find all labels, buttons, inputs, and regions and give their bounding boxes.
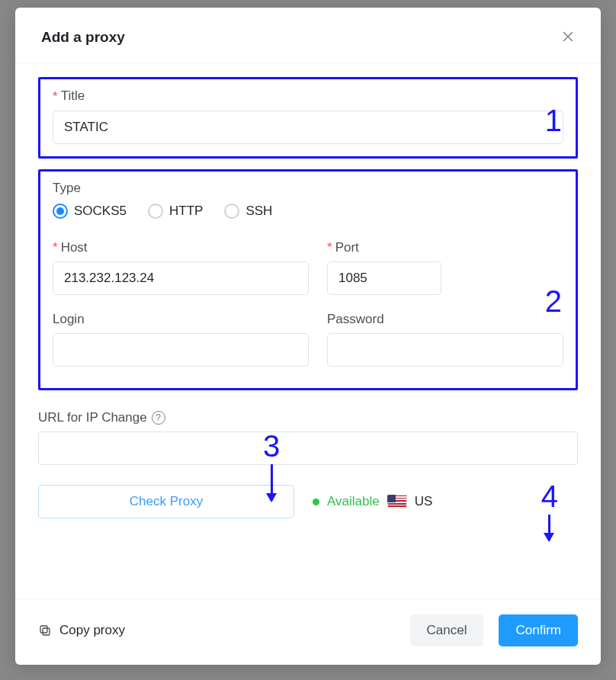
radio-icon — [224, 204, 239, 219]
modal-title: Add a proxy — [41, 29, 125, 46]
radio-label: HTTP — [169, 204, 203, 219]
add-proxy-modal: Add a proxy 1 Title 2 Type SOCKS5 — [15, 8, 601, 665]
type-radio-group: SOCKS5 HTTP SSH — [53, 204, 563, 219]
annotation-box-2: 2 Type SOCKS5 HTTP SSH Host — [38, 169, 578, 391]
modal-footer: Copy proxy Cancel Confirm — [15, 598, 601, 665]
svg-rect-3 — [40, 626, 47, 633]
copy-proxy-button[interactable]: Copy proxy — [38, 623, 125, 638]
port-label: Port — [327, 240, 441, 256]
annotation-box-1: 1 Title — [38, 77, 578, 159]
password-label: Password — [327, 312, 563, 327]
modal-header: Add a proxy — [15, 8, 601, 63]
ipchange-label: URL for IP Change — [38, 410, 147, 425]
footer-buttons: Cancel Confirm — [410, 614, 578, 646]
annotation-number-3: 3 — [263, 431, 280, 461]
login-label: Login — [53, 312, 309, 327]
annotation-number-2: 2 — [545, 284, 562, 319]
ipchange-input[interactable] — [38, 431, 578, 465]
copy-icon — [38, 624, 52, 637]
status-dot-icon — [313, 499, 319, 505]
close-button[interactable] — [560, 29, 576, 46]
title-label: Title — [53, 88, 563, 104]
us-flag-icon — [387, 495, 407, 508]
host-input[interactable] — [53, 261, 309, 295]
cancel-button[interactable]: Cancel — [410, 614, 484, 646]
check-proxy-button[interactable]: Check Proxy — [38, 485, 294, 518]
radio-label: SOCKS5 — [74, 204, 127, 219]
radio-ssh[interactable]: SSH — [224, 204, 272, 219]
ipchange-section: URL for IP Change ? — [38, 401, 578, 468]
radio-label: SSH — [245, 204, 272, 219]
confirm-button[interactable]: Confirm — [499, 614, 578, 646]
password-input[interactable] — [327, 333, 563, 367]
status-text: Available — [327, 494, 380, 509]
type-label: Type — [53, 181, 563, 196]
close-icon — [560, 29, 576, 47]
annotation-number-1: 1 — [545, 104, 562, 138]
svg-rect-2 — [43, 628, 50, 635]
annotation-number-4: 4 — [541, 481, 558, 512]
port-input[interactable] — [327, 261, 441, 295]
radio-socks5[interactable]: SOCKS5 — [53, 204, 127, 219]
annotation-arrow-3: 3 — [263, 431, 280, 501]
proxy-status: Available US — [313, 494, 432, 509]
check-proxy-row: Check Proxy Available US — [38, 485, 578, 518]
modal-body: 1 Title 2 Type SOCKS5 HTTP SSH — [15, 63, 601, 598]
annotation-arrow-4: 4 — [541, 481, 558, 540]
copy-proxy-label: Copy proxy — [59, 623, 125, 638]
radio-http[interactable]: HTTP — [148, 204, 203, 219]
status-country: US — [415, 494, 433, 509]
radio-icon — [53, 204, 68, 219]
radio-icon — [148, 204, 163, 219]
help-icon[interactable]: ? — [152, 411, 165, 425]
host-label: Host — [53, 240, 309, 256]
title-input[interactable] — [53, 111, 563, 144]
login-input[interactable] — [53, 333, 309, 367]
